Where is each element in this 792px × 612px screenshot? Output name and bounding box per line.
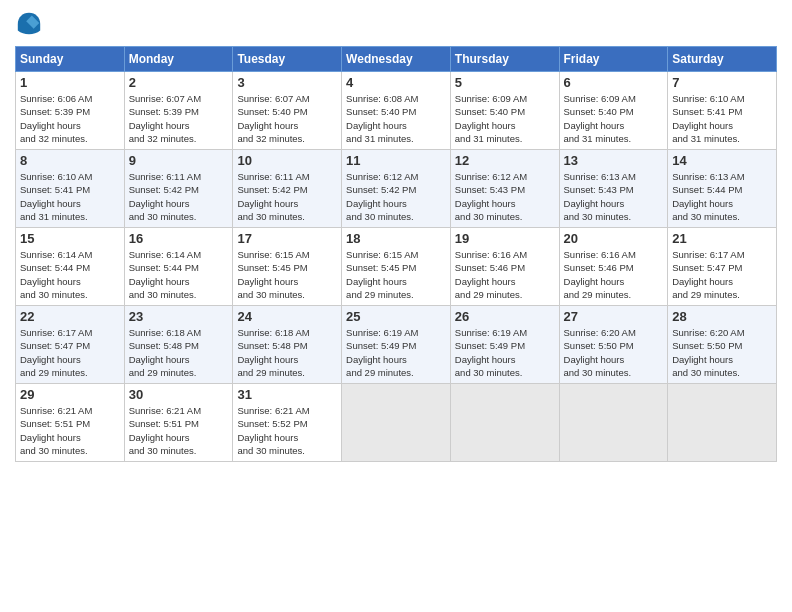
cell-info: Sunrise: 6:12 AM Sunset: 5:42 PM Dayligh… <box>346 170 446 223</box>
calendar-cell: 21 Sunrise: 6:17 AM Sunset: 5:47 PM Dayl… <box>668 228 777 306</box>
cell-info: Sunrise: 6:06 AM Sunset: 5:39 PM Dayligh… <box>20 92 120 145</box>
calendar-cell: 4 Sunrise: 6:08 AM Sunset: 5:40 PM Dayli… <box>342 72 451 150</box>
cell-info: Sunrise: 6:20 AM Sunset: 5:50 PM Dayligh… <box>564 326 664 379</box>
calendar-cell: 3 Sunrise: 6:07 AM Sunset: 5:40 PM Dayli… <box>233 72 342 150</box>
calendar-cell: 19 Sunrise: 6:16 AM Sunset: 5:46 PM Dayl… <box>450 228 559 306</box>
day-number: 2 <box>129 75 229 90</box>
weekday-header: Monday <box>124 47 233 72</box>
calendar-cell: 11 Sunrise: 6:12 AM Sunset: 5:42 PM Dayl… <box>342 150 451 228</box>
day-number: 4 <box>346 75 446 90</box>
cell-info: Sunrise: 6:09 AM Sunset: 5:40 PM Dayligh… <box>564 92 664 145</box>
day-number: 8 <box>20 153 120 168</box>
logo <box>15 10 47 38</box>
day-number: 7 <box>672 75 772 90</box>
cell-info: Sunrise: 6:20 AM Sunset: 5:50 PM Dayligh… <box>672 326 772 379</box>
day-number: 22 <box>20 309 120 324</box>
day-number: 30 <box>129 387 229 402</box>
day-number: 31 <box>237 387 337 402</box>
calendar-page: SundayMondayTuesdayWednesdayThursdayFrid… <box>0 0 792 612</box>
page-header <box>15 10 777 38</box>
calendar-cell: 29 Sunrise: 6:21 AM Sunset: 5:51 PM Dayl… <box>16 384 125 462</box>
day-number: 25 <box>346 309 446 324</box>
calendar-cell: 5 Sunrise: 6:09 AM Sunset: 5:40 PM Dayli… <box>450 72 559 150</box>
cell-info: Sunrise: 6:11 AM Sunset: 5:42 PM Dayligh… <box>237 170 337 223</box>
cell-info: Sunrise: 6:15 AM Sunset: 5:45 PM Dayligh… <box>237 248 337 301</box>
cell-info: Sunrise: 6:16 AM Sunset: 5:46 PM Dayligh… <box>564 248 664 301</box>
calendar-cell: 7 Sunrise: 6:10 AM Sunset: 5:41 PM Dayli… <box>668 72 777 150</box>
calendar-cell: 1 Sunrise: 6:06 AM Sunset: 5:39 PM Dayli… <box>16 72 125 150</box>
calendar-cell <box>450 384 559 462</box>
weekday-header: Thursday <box>450 47 559 72</box>
calendar-table: SundayMondayTuesdayWednesdayThursdayFrid… <box>15 46 777 462</box>
weekday-header: Friday <box>559 47 668 72</box>
day-number: 26 <box>455 309 555 324</box>
weekday-header: Wednesday <box>342 47 451 72</box>
cell-info: Sunrise: 6:12 AM Sunset: 5:43 PM Dayligh… <box>455 170 555 223</box>
weekday-header: Sunday <box>16 47 125 72</box>
cell-info: Sunrise: 6:11 AM Sunset: 5:42 PM Dayligh… <box>129 170 229 223</box>
day-number: 12 <box>455 153 555 168</box>
cell-info: Sunrise: 6:08 AM Sunset: 5:40 PM Dayligh… <box>346 92 446 145</box>
cell-info: Sunrise: 6:19 AM Sunset: 5:49 PM Dayligh… <box>346 326 446 379</box>
day-number: 6 <box>564 75 664 90</box>
day-number: 16 <box>129 231 229 246</box>
calendar-cell: 6 Sunrise: 6:09 AM Sunset: 5:40 PM Dayli… <box>559 72 668 150</box>
day-number: 24 <box>237 309 337 324</box>
cell-info: Sunrise: 6:21 AM Sunset: 5:51 PM Dayligh… <box>20 404 120 457</box>
day-number: 1 <box>20 75 120 90</box>
calendar-cell: 8 Sunrise: 6:10 AM Sunset: 5:41 PM Dayli… <box>16 150 125 228</box>
cell-info: Sunrise: 6:14 AM Sunset: 5:44 PM Dayligh… <box>129 248 229 301</box>
calendar-cell: 9 Sunrise: 6:11 AM Sunset: 5:42 PM Dayli… <box>124 150 233 228</box>
cell-info: Sunrise: 6:14 AM Sunset: 5:44 PM Dayligh… <box>20 248 120 301</box>
cell-info: Sunrise: 6:16 AM Sunset: 5:46 PM Dayligh… <box>455 248 555 301</box>
cell-info: Sunrise: 6:21 AM Sunset: 5:52 PM Dayligh… <box>237 404 337 457</box>
cell-info: Sunrise: 6:21 AM Sunset: 5:51 PM Dayligh… <box>129 404 229 457</box>
day-number: 15 <box>20 231 120 246</box>
weekday-header: Tuesday <box>233 47 342 72</box>
calendar-cell <box>668 384 777 462</box>
cell-info: Sunrise: 6:13 AM Sunset: 5:43 PM Dayligh… <box>564 170 664 223</box>
calendar-cell: 31 Sunrise: 6:21 AM Sunset: 5:52 PM Dayl… <box>233 384 342 462</box>
calendar-cell <box>342 384 451 462</box>
day-number: 5 <box>455 75 555 90</box>
calendar-cell: 17 Sunrise: 6:15 AM Sunset: 5:45 PM Dayl… <box>233 228 342 306</box>
cell-info: Sunrise: 6:10 AM Sunset: 5:41 PM Dayligh… <box>20 170 120 223</box>
calendar-cell: 10 Sunrise: 6:11 AM Sunset: 5:42 PM Dayl… <box>233 150 342 228</box>
calendar-cell: 12 Sunrise: 6:12 AM Sunset: 5:43 PM Dayl… <box>450 150 559 228</box>
day-number: 19 <box>455 231 555 246</box>
cell-info: Sunrise: 6:18 AM Sunset: 5:48 PM Dayligh… <box>237 326 337 379</box>
cell-info: Sunrise: 6:17 AM Sunset: 5:47 PM Dayligh… <box>20 326 120 379</box>
day-number: 27 <box>564 309 664 324</box>
calendar-cell: 27 Sunrise: 6:20 AM Sunset: 5:50 PM Dayl… <box>559 306 668 384</box>
day-number: 10 <box>237 153 337 168</box>
day-number: 29 <box>20 387 120 402</box>
cell-info: Sunrise: 6:17 AM Sunset: 5:47 PM Dayligh… <box>672 248 772 301</box>
cell-info: Sunrise: 6:15 AM Sunset: 5:45 PM Dayligh… <box>346 248 446 301</box>
cell-info: Sunrise: 6:07 AM Sunset: 5:40 PM Dayligh… <box>237 92 337 145</box>
day-number: 28 <box>672 309 772 324</box>
day-number: 20 <box>564 231 664 246</box>
day-number: 3 <box>237 75 337 90</box>
calendar-cell: 23 Sunrise: 6:18 AM Sunset: 5:48 PM Dayl… <box>124 306 233 384</box>
day-number: 18 <box>346 231 446 246</box>
day-number: 13 <box>564 153 664 168</box>
day-number: 9 <box>129 153 229 168</box>
calendar-cell: 2 Sunrise: 6:07 AM Sunset: 5:39 PM Dayli… <box>124 72 233 150</box>
day-number: 14 <box>672 153 772 168</box>
calendar-cell: 20 Sunrise: 6:16 AM Sunset: 5:46 PM Dayl… <box>559 228 668 306</box>
calendar-cell <box>559 384 668 462</box>
calendar-cell: 15 Sunrise: 6:14 AM Sunset: 5:44 PM Dayl… <box>16 228 125 306</box>
day-number: 23 <box>129 309 229 324</box>
day-number: 21 <box>672 231 772 246</box>
calendar-cell: 24 Sunrise: 6:18 AM Sunset: 5:48 PM Dayl… <box>233 306 342 384</box>
calendar-cell: 26 Sunrise: 6:19 AM Sunset: 5:49 PM Dayl… <box>450 306 559 384</box>
day-number: 17 <box>237 231 337 246</box>
cell-info: Sunrise: 6:18 AM Sunset: 5:48 PM Dayligh… <box>129 326 229 379</box>
calendar-cell: 13 Sunrise: 6:13 AM Sunset: 5:43 PM Dayl… <box>559 150 668 228</box>
calendar-cell: 30 Sunrise: 6:21 AM Sunset: 5:51 PM Dayl… <box>124 384 233 462</box>
calendar-cell: 18 Sunrise: 6:15 AM Sunset: 5:45 PM Dayl… <box>342 228 451 306</box>
cell-info: Sunrise: 6:09 AM Sunset: 5:40 PM Dayligh… <box>455 92 555 145</box>
calendar-cell: 28 Sunrise: 6:20 AM Sunset: 5:50 PM Dayl… <box>668 306 777 384</box>
calendar-cell: 14 Sunrise: 6:13 AM Sunset: 5:44 PM Dayl… <box>668 150 777 228</box>
calendar-cell: 25 Sunrise: 6:19 AM Sunset: 5:49 PM Dayl… <box>342 306 451 384</box>
